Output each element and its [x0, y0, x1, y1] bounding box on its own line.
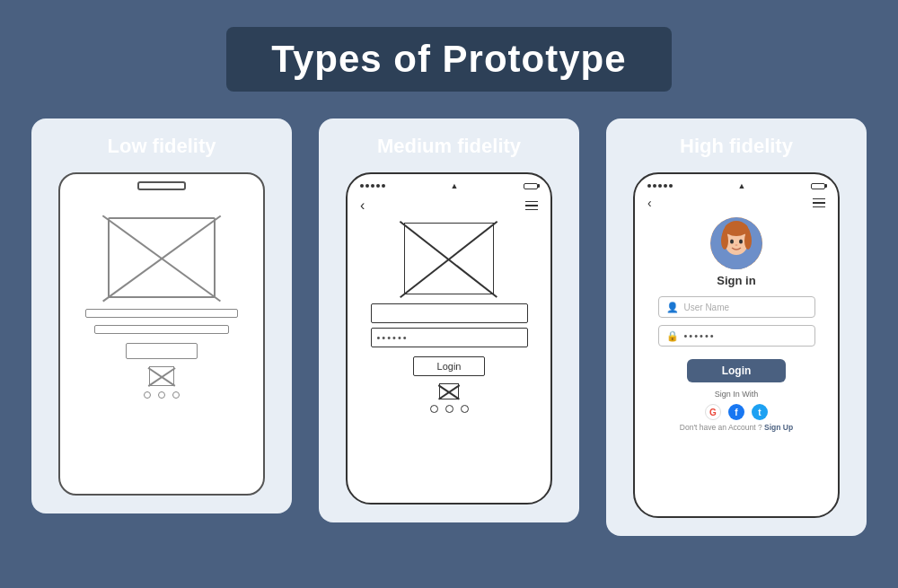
medium-dot-2	[445, 405, 453, 413]
phone-mockup-high: ▲ ‹	[633, 172, 840, 518]
sketch-image-placeholder	[108, 217, 216, 298]
medium-dot-3	[461, 405, 469, 413]
high-battery-icon	[811, 183, 825, 189]
high-back-icon: ‹	[647, 196, 652, 210]
svg-rect-9	[725, 262, 748, 269]
sketch-dots	[73, 391, 251, 399]
high-username-input[interactable]: 👤 User Name	[658, 296, 815, 318]
medium-wifi-icon: ▲	[451, 181, 459, 190]
card-title-high: High fidelity	[622, 135, 850, 158]
high-nav-bar: ‹	[635, 194, 838, 214]
card-high-fidelity: High fidelity ▲ ‹	[606, 118, 867, 536]
username-placeholder: User Name	[684, 303, 730, 312]
svg-point-3	[725, 222, 748, 236]
medium-battery-icon	[524, 183, 538, 189]
svg-point-4	[721, 232, 728, 250]
sign-up-text: Don't have an Account ? Sign Up	[635, 423, 838, 432]
medium-small-icon	[439, 383, 459, 399]
medium-status-dots	[360, 184, 385, 188]
medium-menu-icon	[525, 201, 538, 211]
sketch-line-1	[85, 309, 238, 318]
page-title-wrapper: Types of Prototype	[226, 27, 671, 92]
svg-point-8	[735, 244, 738, 246]
medium-nav-bar: ‹	[348, 194, 550, 219]
avatar-svg	[710, 217, 762, 269]
svg-point-5	[744, 232, 752, 250]
medium-back-icon: ‹	[360, 197, 365, 214]
high-login-button[interactable]: Login	[687, 359, 786, 382]
sketch-dot-3	[172, 391, 180, 399]
phone-mockup-medium: ▲ ‹ •••••• Login	[346, 172, 552, 505]
high-menu-icon	[813, 198, 825, 208]
card-low-fidelity: Low fidelity	[31, 118, 292, 513]
high-password-input[interactable]: 🔒 ••••••	[658, 325, 815, 347]
avatar-container	[635, 217, 838, 269]
medium-status-bar: ▲	[348, 174, 550, 194]
medium-bottom-dots	[348, 405, 550, 413]
phone-mockup-low	[58, 172, 265, 496]
cards-container: Low fidelity Medium fidelity	[0, 118, 898, 536]
medium-username-input[interactable]	[371, 303, 528, 323]
sketch-input-lines	[82, 309, 242, 334]
sketch-button	[126, 343, 198, 359]
page-title: Types of Prototype	[271, 38, 626, 81]
medium-image-placeholder	[404, 223, 494, 294]
sign-in-with-label: Sign In With	[635, 390, 838, 399]
facebook-icon[interactable]: f	[728, 404, 744, 420]
high-status-dots	[647, 184, 673, 188]
medium-dot-1	[430, 405, 438, 413]
card-medium-fidelity: Medium fidelity ▲ ‹	[319, 118, 579, 522]
sketch-dot-2	[158, 391, 165, 399]
card-title-medium: Medium fidelity	[335, 135, 563, 158]
medium-login-button[interactable]: Login	[413, 356, 485, 376]
twitter-icon[interactable]: t	[752, 404, 768, 420]
svg-point-7	[739, 240, 743, 244]
sketch-dot-1	[144, 391, 151, 399]
svg-point-6	[730, 240, 734, 244]
lock-icon: 🔒	[666, 330, 679, 342]
google-icon[interactable]: G	[705, 404, 721, 420]
avatar	[710, 217, 762, 269]
user-icon: 👤	[666, 302, 679, 313]
high-status-bar: ▲	[635, 174, 838, 194]
password-dots: ••••••	[684, 330, 716, 341]
social-icons-container: G f t	[635, 404, 838, 420]
sign-in-title: Sign in	[635, 274, 838, 287]
medium-password-input[interactable]: ••••••	[371, 328, 528, 347]
sketch-line-2	[94, 325, 229, 334]
sketch-icon	[149, 366, 174, 386]
sign-up-link[interactable]: Sign Up	[764, 423, 793, 432]
high-wifi-icon: ▲	[738, 181, 746, 190]
card-title-low: Low fidelity	[48, 135, 276, 158]
